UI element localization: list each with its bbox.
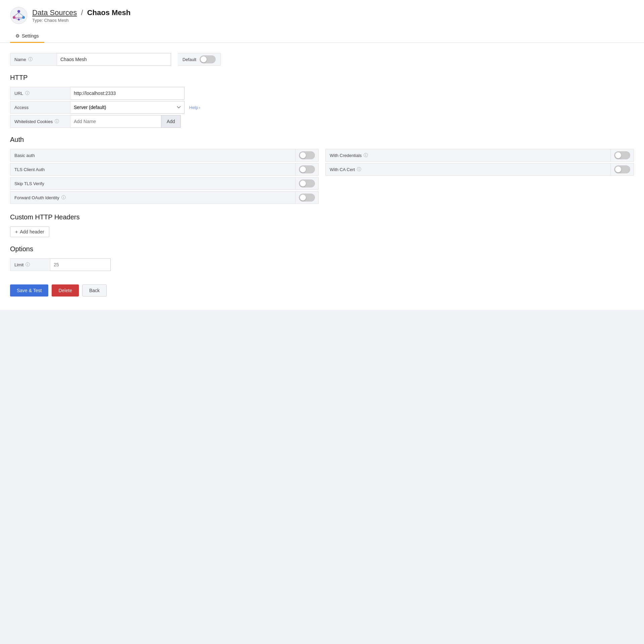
- with-credentials-toggle-cell: [611, 149, 634, 162]
- custom-headers-section: Custom HTTP Headers + Add header: [10, 213, 634, 237]
- breadcrumb: Data Sources / Chaos Mesh: [32, 8, 130, 17]
- basic-auth-toggle-cell: [296, 149, 319, 162]
- back-button[interactable]: Back: [82, 284, 107, 297]
- with-credentials-info-icon[interactable]: ⓘ: [364, 152, 368, 158]
- add-header-label: Add header: [20, 229, 44, 234]
- tls-label: TLS Client Auth: [14, 167, 45, 172]
- limit-label-cell: Limit ⓘ: [10, 258, 50, 271]
- basic-auth-label-cell: Basic auth: [10, 149, 296, 162]
- page-wrapper: Data Sources / Chaos Mesh Type: Chaos Me…: [0, 0, 644, 644]
- options-section: Options Limit ⓘ: [10, 245, 634, 271]
- with-ca-cert-toggle[interactable]: [614, 165, 630, 173]
- tls-auth-row: TLS Client Auth: [10, 163, 319, 176]
- skip-tls-label-cell: Skip TLS Verify: [10, 177, 296, 190]
- help-chevron-icon: ›: [199, 105, 200, 110]
- help-link[interactable]: Help ›: [189, 105, 200, 110]
- help-label: Help: [189, 105, 198, 110]
- url-label-cell: URL ⓘ: [10, 87, 70, 100]
- url-info-icon[interactable]: ⓘ: [25, 90, 30, 96]
- add-name-input[interactable]: [70, 115, 161, 128]
- add-header-button[interactable]: + Add header: [10, 226, 49, 237]
- forward-oauth-toggle-cell: [296, 191, 319, 204]
- tab-settings-label: Settings: [22, 33, 39, 39]
- limit-input[interactable]: [50, 258, 111, 271]
- whitelisted-info-icon[interactable]: ⓘ: [55, 118, 59, 124]
- with-ca-cert-toggle-cell: [611, 163, 634, 176]
- basic-auth-label: Basic auth: [14, 153, 35, 158]
- skip-tls-label: Skip TLS Verify: [14, 181, 44, 186]
- delete-button[interactable]: Delete: [52, 284, 78, 297]
- with-ca-cert-label: With CA Cert: [330, 167, 355, 172]
- with-credentials-toggle[interactable]: [614, 151, 630, 159]
- breadcrumb-link[interactable]: Data Sources: [32, 8, 77, 17]
- access-select[interactable]: Server (default) Browser: [70, 101, 184, 114]
- tabs-bar: ⚙ Settings: [10, 30, 634, 43]
- custom-headers-title: Custom HTTP Headers: [10, 213, 634, 221]
- access-row: Access Server (default) Browser Help ›: [10, 101, 634, 114]
- auth-left-col: Basic auth TLS Client Auth: [10, 149, 319, 205]
- auth-cols: Basic auth TLS Client Auth: [10, 149, 634, 205]
- whitelisted-row: Whitelisted Cookies ⓘ Add: [10, 115, 634, 128]
- svg-point-1: [17, 10, 20, 13]
- tls-toggle[interactable]: [299, 165, 315, 173]
- http-section: HTTP URL ⓘ Access Server (default) Brows…: [10, 74, 634, 128]
- url-input[interactable]: [70, 87, 184, 100]
- bottom-actions: Save & Test Delete Back: [10, 284, 634, 297]
- name-label-cell: Name ⓘ: [10, 53, 57, 66]
- skip-tls-toggle-cell: [296, 177, 319, 190]
- main-content: Name ⓘ Default HTTP URL ⓘ: [0, 43, 644, 310]
- options-title: Options: [10, 245, 634, 253]
- header-title-block: Data Sources / Chaos Mesh Type: Chaos Me…: [32, 8, 130, 23]
- default-label: Default: [182, 57, 196, 62]
- with-ca-cert-info-icon[interactable]: ⓘ: [357, 166, 361, 172]
- svg-point-4: [18, 18, 20, 20]
- access-label-cell: Access: [10, 101, 70, 114]
- whitelisted-label: Whitelisted Cookies: [14, 119, 53, 124]
- header-top: Data Sources / Chaos Mesh Type: Chaos Me…: [10, 7, 634, 24]
- forward-oauth-info-icon[interactable]: ⓘ: [61, 195, 66, 201]
- breadcrumb-separator: /: [81, 8, 83, 17]
- forward-oauth-label-cell: Forward OAuth Identity ⓘ: [10, 191, 296, 204]
- tls-toggle-cell: [296, 163, 319, 176]
- with-credentials-label-cell: With Credentials ⓘ: [325, 149, 611, 162]
- default-toggle[interactable]: [200, 55, 216, 63]
- basic-auth-row: Basic auth: [10, 149, 319, 162]
- name-info-icon[interactable]: ⓘ: [28, 56, 33, 62]
- name-row: Name ⓘ Default: [10, 53, 634, 66]
- limit-row: Limit ⓘ: [10, 258, 634, 271]
- access-label: Access: [14, 105, 29, 110]
- add-header-plus-icon: +: [15, 229, 18, 234]
- name-label: Name: [14, 57, 26, 62]
- url-row: URL ⓘ: [10, 87, 634, 100]
- header: Data Sources / Chaos Mesh Type: Chaos Me…: [0, 0, 644, 43]
- name-input[interactable]: [57, 53, 171, 66]
- limit-info-icon[interactable]: ⓘ: [25, 262, 30, 268]
- whitelisted-label-cell: Whitelisted Cookies ⓘ: [10, 115, 70, 128]
- skip-tls-row: Skip TLS Verify: [10, 177, 319, 190]
- skip-tls-toggle[interactable]: [299, 179, 315, 187]
- default-label-cell: Default: [178, 53, 221, 66]
- limit-label: Limit: [14, 262, 23, 267]
- auth-section: Auth Basic auth: [10, 136, 634, 205]
- auth-section-title: Auth: [10, 136, 634, 144]
- auth-right-col: With Credentials ⓘ With CA Cert ⓘ: [325, 149, 634, 205]
- with-ca-cert-label-cell: With CA Cert ⓘ: [325, 163, 611, 176]
- subtitle: Type: Chaos Mesh: [32, 18, 130, 23]
- basic-auth-toggle[interactable]: [299, 151, 315, 159]
- settings-icon: ⚙: [15, 33, 20, 39]
- forward-oauth-row: Forward OAuth Identity ⓘ: [10, 191, 319, 204]
- with-credentials-label: With Credentials: [330, 153, 362, 158]
- tls-label-cell: TLS Client Auth: [10, 163, 296, 176]
- save-test-button[interactable]: Save & Test: [10, 284, 48, 297]
- page-title: Chaos Mesh: [87, 8, 131, 17]
- with-ca-cert-row: With CA Cert ⓘ: [325, 163, 634, 176]
- url-label: URL: [14, 91, 23, 96]
- add-cookie-button[interactable]: Add: [161, 115, 181, 128]
- with-credentials-row: With Credentials ⓘ: [325, 149, 634, 162]
- forward-oauth-label: Forward OAuth Identity: [14, 195, 59, 200]
- tab-settings[interactable]: ⚙ Settings: [10, 30, 44, 43]
- http-section-title: HTTP: [10, 74, 634, 82]
- logo-icon: [10, 7, 28, 24]
- forward-oauth-toggle[interactable]: [299, 194, 315, 202]
